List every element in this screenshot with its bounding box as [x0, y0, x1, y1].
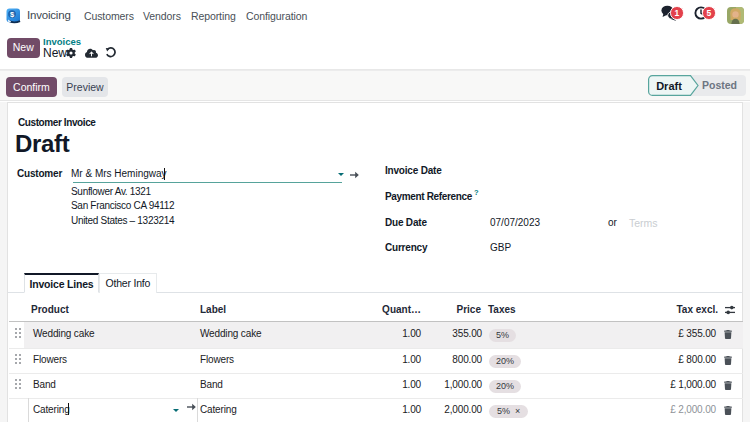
svg-text:Draft: Draft	[656, 80, 682, 92]
